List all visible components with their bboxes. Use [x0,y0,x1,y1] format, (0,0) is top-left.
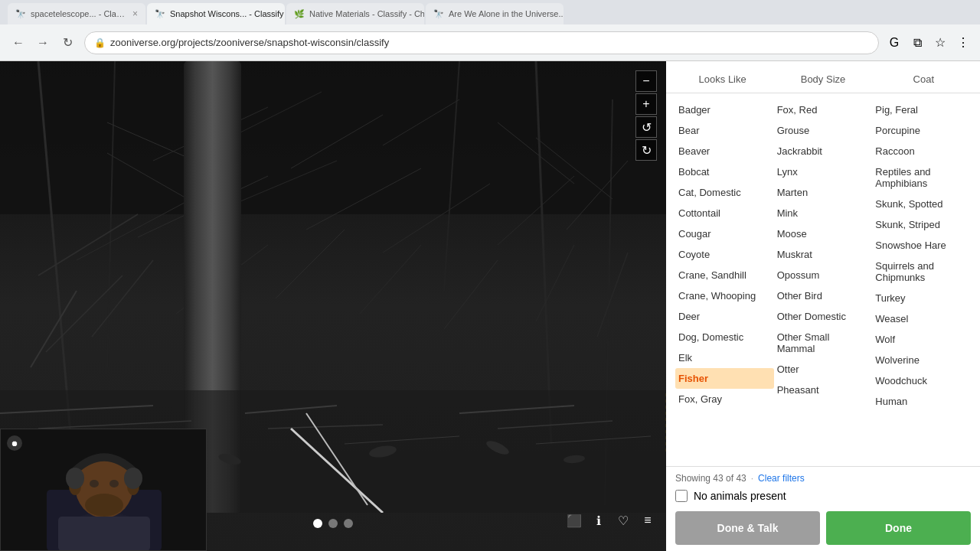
svg-line-26 [276,230,345,298]
animal-crane-whooping[interactable]: Crane, Whooping [675,285,774,306]
animal-deer[interactable]: Deer [675,306,774,327]
animal-other-bird[interactable]: Other Bird [774,285,873,306]
animal-pig-feral[interactable]: Pig, Feral [872,99,971,120]
nav-dot-1[interactable] [313,519,322,528]
info-button[interactable]: ℹ [590,511,608,530]
nav-dot-3[interactable] [344,519,353,528]
zoom-out-button[interactable]: − [635,70,657,92]
bookmark-icon[interactable]: ☆ [931,34,949,52]
svg-line-30 [597,253,628,337]
animal-reptiles[interactable]: Reptiles and Amphibians [872,161,971,194]
refresh-button[interactable]: ↻ [635,139,657,161]
tab-2-favicon: 🔭 [155,9,165,19]
svg-line-29 [536,245,574,321]
webcam-overlay: ⏺ [0,429,207,551]
tab-4-favicon: 🔭 [433,9,444,19]
animal-col-3: Pig, Feral Porcupine Raccoon Reptiles an… [872,99,971,460]
animal-coyote[interactable]: Coyote [675,244,774,265]
favorite-button[interactable]: ♡ [614,511,632,530]
back-button[interactable]: ← [8,32,29,54]
no-animals-checkbox[interactable] [675,490,688,502]
tab-body-size[interactable]: Body Size [773,67,873,93]
animal-fox-red[interactable]: Fox, Red [774,99,873,120]
tab-1-close[interactable]: × [132,8,138,19]
svg-rect-61 [58,517,150,551]
camera-image: − + ↺ ↻ ⬛ ℹ ♡ ≡ [0,61,666,551]
animal-pheasant[interactable]: Pheasant [774,380,873,400]
animal-muskrat[interactable]: Muskrat [774,244,873,265]
animal-bobcat[interactable]: Bobcat [675,161,774,182]
tab-3[interactable]: 🌿 Native Materials - Classify - Ch... × [286,3,424,24]
person-svg [1,429,206,551]
animal-wolf[interactable]: Wolf [872,329,971,350]
tab-2[interactable]: 🔭 Snapshot Wiscons... - Classify × [147,3,285,24]
google-icon[interactable]: G [885,34,903,52]
animal-fisher[interactable]: Fisher [675,368,774,389]
image-panel: − + ↺ ↻ ⬛ ℹ ♡ ≡ [0,61,666,551]
animal-cottontail[interactable]: Cottontail [675,203,774,223]
animal-marten[interactable]: Marten [774,182,873,203]
animal-otter[interactable]: Otter [774,359,873,380]
animal-bear[interactable]: Bear [675,120,774,141]
animal-human[interactable]: Human [872,391,971,412]
sidebar-footer: Showing 43 of 43 · Clear filters No anim… [666,466,980,551]
tab-looks-like[interactable]: Looks Like [672,67,773,93]
animal-wolverine[interactable]: Wolverine [872,350,971,370]
divider: · [751,473,753,484]
nav-dot-2[interactable] [328,519,338,528]
animal-lynx[interactable]: Lynx [774,161,873,182]
animal-jackrabbit[interactable]: Jackrabbit [774,141,873,161]
lock-icon: 🔒 [94,37,106,48]
done-button[interactable]: Done [826,511,971,545]
animal-mink[interactable]: Mink [774,203,873,223]
forward-button[interactable]: → [32,32,54,54]
animal-other-small[interactable]: Other Small Mammal [774,327,873,359]
animal-dog-domestic[interactable]: Dog, Domestic [675,327,774,347]
animal-moose[interactable]: Moose [774,223,873,244]
browser-icons: G ⧉ ☆ ⋮ [885,34,972,52]
tab-4[interactable]: 🔭 Are We Alone in the Universe... × [426,3,564,24]
svg-point-56 [66,468,84,489]
menu-icon[interactable]: ⋮ [954,34,972,52]
contrast-button[interactable]: ⬛ [565,511,583,530]
tab-coat[interactable]: Coat [874,67,974,93]
animal-snowshoe[interactable]: Snowshoe Hare [872,235,971,256]
no-animals-label: No animals present [694,490,786,502]
animal-squirrels[interactable]: Squirrels and Chipmunks [872,256,971,288]
nav-buttons: ← → ↻ [8,32,78,54]
animal-cougar[interactable]: Cougar [675,223,774,244]
animal-beaver[interactable]: Beaver [675,141,774,161]
animal-fox-gray[interactable]: Fox, Gray [675,389,774,409]
animal-weasel[interactable]: Weasel [872,308,971,329]
animal-opossum[interactable]: Opossum [774,265,873,285]
url-text: zooniverse.org/projects/zooniverse/snaps… [110,37,389,48]
animal-cat-domestic[interactable]: Cat, Domestic [675,182,774,203]
animal-badger[interactable]: Badger [675,99,774,120]
no-animals-row: No animals present [675,490,971,502]
zoom-in-button[interactable]: + [635,93,657,115]
done-talk-button[interactable]: Done & Talk [675,511,820,545]
tab-1[interactable]: 🔭 spacetelescope... - Class... × [8,3,145,24]
animal-woodchuck[interactable]: Woodchuck [872,370,971,391]
reload-button[interactable]: ↻ [57,32,78,54]
animal-other-domestic[interactable]: Other Domestic [774,306,873,327]
address-bar[interactable]: 🔒 zooniverse.org/projects/zooniverse/sna… [84,31,879,54]
reset-button[interactable]: ↺ [635,116,657,138]
tab-3-favicon: 🌿 [294,9,305,19]
animal-crane-sandhill[interactable]: Crane, Sandhill [675,265,774,285]
animal-porcupine[interactable]: Porcupine [872,120,971,141]
extensions-icon[interactable]: ⧉ [908,34,926,52]
animal-elk[interactable]: Elk [675,347,774,368]
svg-point-58 [90,480,99,487]
webcam-person [1,429,206,550]
clear-filters-link[interactable]: Clear filters [758,473,805,484]
tab-1-favicon: 🔭 [15,9,26,19]
animal-skunk-spotted[interactable]: Skunk, Spotted [872,194,971,214]
animal-turkey[interactable]: Turkey [872,288,971,308]
svg-rect-0 [0,61,666,214]
list-button[interactable]: ≡ [639,511,657,530]
animal-col-2: Fox, Red Grouse Jackrabbit Lynx Marten M… [774,99,873,460]
animal-grouse[interactable]: Grouse [774,120,873,141]
animal-raccoon[interactable]: Raccoon [872,141,971,161]
animal-skunk-striped[interactable]: Skunk, Striped [872,214,971,235]
